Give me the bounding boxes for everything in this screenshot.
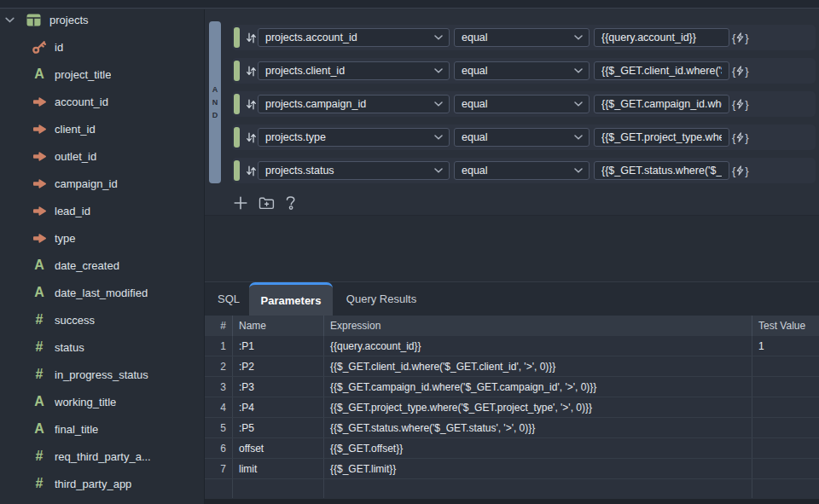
sort-handle-icon[interactable] — [243, 25, 258, 50]
field-select[interactable]: projects.client_id — [258, 61, 450, 80]
chevron-down-icon — [434, 29, 443, 46]
sidebar-field-date_last_modified[interactable]: A date_last_modified — [0, 279, 204, 306]
sidebar-field-type[interactable]: type — [0, 224, 204, 252]
sidebar-field-campaign_id[interactable]: campaign_id — [0, 170, 204, 197]
col-header-num: # — [205, 316, 233, 336]
value-input[interactable]: {{$_GET.project_type.where('$_GET.projec… — [594, 128, 729, 147]
number-type-icon: # — [32, 476, 47, 491]
table-icon — [26, 14, 41, 26]
sidebar-field-lead_id[interactable]: lead_id — [0, 197, 204, 224]
sidebar-field-id[interactable]: id — [0, 33, 204, 61]
condition-row: projects.campaign_id equal {{$_GET.campa… — [232, 91, 816, 117]
sidebar-field-success[interactable]: # success — [0, 306, 204, 333]
sidebar-table-projects[interactable]: projects — [0, 6, 204, 33]
parameters-table: 1 :P1 {{query.account_id}} 1 2 :P2 {{$_G… — [205, 336, 819, 499]
binding-icon[interactable]: {} — [732, 161, 749, 180]
sidebar-field-outlet_id[interactable]: outlet_id — [0, 142, 204, 170]
tab-sql[interactable]: SQL — [208, 282, 249, 316]
results-tabbar: SQLParametersQuery Results — [205, 281, 819, 316]
parameters-header-row: # Name Expression Test Value — [205, 316, 819, 336]
binding-icon[interactable]: {} — [732, 95, 749, 113]
sidebar-field-account_id[interactable]: account_id — [0, 88, 204, 115]
test-value-cell[interactable]: 1 — [752, 336, 819, 356]
text-type-icon: A — [32, 421, 47, 437]
schema-sidebar: projects id A project_title account_id c… — [0, 9, 205, 504]
chevron-down-icon — [574, 129, 583, 146]
sidebar-field-final_title[interactable]: A final_title — [0, 415, 204, 443]
number-type-icon: # — [32, 449, 47, 464]
operator-select[interactable]: equal — [454, 61, 590, 80]
field-select[interactable]: projects.account_id — [258, 28, 450, 47]
condition-accent-pill — [234, 94, 240, 114]
test-value-cell[interactable] — [752, 459, 819, 478]
group-operator-bar[interactable]: AND — [209, 21, 221, 183]
sidebar-field-in_progress_status[interactable]: # in_progress_status — [0, 361, 204, 388]
chevron-down-icon — [574, 162, 583, 179]
test-value-cell[interactable] — [752, 438, 819, 458]
sort-handle-icon[interactable] — [243, 125, 258, 150]
field-select[interactable]: projects.campaign_id — [258, 95, 450, 113]
test-value-cell[interactable] — [752, 418, 819, 437]
operator-select[interactable]: equal — [454, 128, 590, 147]
chevron-down-icon[interactable] — [5, 17, 16, 23]
sidebar-field-working_title[interactable]: A working_title — [0, 388, 204, 415]
tab-parameters[interactable]: Parameters — [249, 282, 333, 316]
number-type-icon: # — [32, 367, 47, 382]
arrow-icon — [32, 230, 47, 246]
test-value-cell[interactable] — [752, 377, 819, 397]
test-value-cell[interactable] — [752, 356, 819, 376]
binding-icon[interactable]: {} — [732, 128, 749, 147]
operator-select[interactable]: equal — [454, 28, 590, 47]
condition-accent-pill — [234, 160, 240, 181]
condition-accent-pill — [234, 61, 240, 81]
value-input[interactable]: {{$_GET.status.where('$_GET.status', '>'… — [594, 161, 729, 180]
sort-handle-icon[interactable] — [243, 58, 258, 84]
condition-row: projects.status equal {{$_GET.status.whe… — [232, 158, 816, 183]
operator-select[interactable]: equal — [454, 95, 590, 113]
sidebar-field-project_title[interactable]: A project_title — [0, 61, 204, 88]
add-condition-button[interactable] — [234, 196, 247, 210]
chevron-down-icon — [574, 96, 583, 113]
col-header-expression: Expression — [324, 316, 752, 336]
sort-handle-icon[interactable] — [243, 158, 258, 183]
parameter-row: 3 :P3 {{$_GET.campaign_id.where('$_GET.c… — [205, 377, 819, 397]
parameter-row: 6 offset {{$_GET.offset}} — [205, 438, 819, 459]
chevron-down-icon — [434, 62, 443, 79]
operator-select[interactable]: equal — [454, 161, 590, 180]
sort-handle-icon[interactable] — [243, 91, 258, 117]
value-input[interactable]: {{query.account_id}} — [594, 28, 729, 47]
text-type-icon: A — [32, 285, 47, 300]
field-select[interactable]: projects.status — [258, 161, 450, 180]
arrow-icon — [32, 94, 47, 109]
arrow-icon — [32, 203, 47, 218]
add-group-button[interactable] — [258, 196, 275, 210]
test-value-cell[interactable] — [752, 479, 819, 498]
panel-lower-gap — [205, 216, 819, 281]
parameter-row: 7 limit {{$_GET.limit}} — [205, 459, 819, 479]
chevron-down-icon — [434, 129, 443, 146]
binding-icon[interactable]: {} — [732, 61, 749, 80]
help-button[interactable] — [286, 196, 296, 211]
sidebar-field-req_third_party_a[interactable]: # req_third_party_a... — [0, 443, 204, 470]
col-header-name: Name — [233, 316, 324, 336]
binding-icon[interactable]: {} — [732, 28, 749, 47]
sidebar-field-status[interactable]: # status — [0, 333, 204, 361]
sidebar-field-date_created[interactable]: A date_created — [0, 252, 204, 279]
text-type-icon: A — [32, 67, 47, 82]
table-name: projects — [49, 14, 89, 26]
test-value-cell[interactable] — [752, 397, 819, 417]
arrow-icon — [32, 148, 47, 164]
sidebar-field-client_id[interactable]: client_id — [0, 115, 204, 142]
condition-accent-pill — [234, 27, 240, 48]
value-input[interactable]: {{$_GET.client_id.where('$_GET.client_id… — [594, 61, 729, 80]
condition-row: projects.client_id equal {{$_GET.client_… — [232, 58, 816, 84]
sidebar-field-third_party_app[interactable]: # third_party_app — [0, 470, 204, 497]
bottom-scroll-strip — [205, 499, 819, 504]
tab-query-results[interactable]: Query Results — [333, 282, 430, 316]
field-select[interactable]: projects.type — [258, 128, 450, 147]
text-type-icon: A — [32, 258, 47, 273]
chevron-down-icon — [574, 29, 583, 46]
parameter-row: 2 :P2 {{$_GET.client_id.where('$_GET.cli… — [205, 356, 819, 377]
query-builder-panel: AND projects.account_id equal {{query.ac… — [205, 9, 819, 504]
value-input[interactable]: {{$_GET.campaign_id.where('$_GET.campaig… — [594, 95, 729, 113]
